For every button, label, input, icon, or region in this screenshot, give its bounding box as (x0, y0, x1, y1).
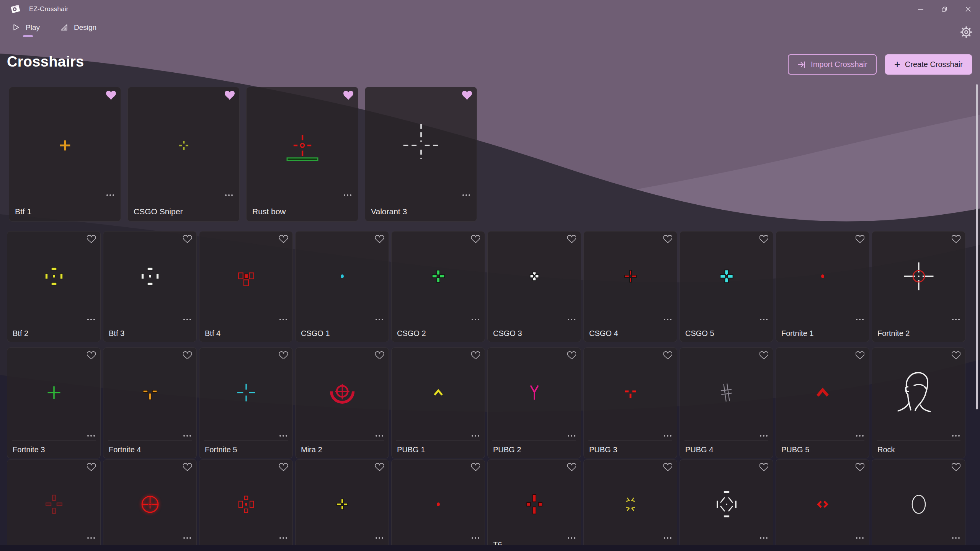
more-options-icon[interactable] (376, 435, 383, 437)
favorite-heart-outline-icon[interactable] (952, 351, 960, 361)
crosshair-card[interactable]: CSGO Sniper (127, 87, 240, 222)
favorite-heart-outline-icon[interactable] (567, 463, 576, 473)
crosshair-card[interactable] (199, 459, 293, 551)
more-options-icon[interactable] (856, 435, 864, 437)
favorite-heart-filled-icon[interactable] (462, 91, 472, 101)
crosshair-card[interactable] (583, 459, 677, 551)
more-options-icon[interactable] (664, 435, 671, 437)
favorite-heart-filled-icon[interactable] (225, 91, 235, 101)
more-options-icon[interactable] (568, 435, 575, 437)
crosshair-card[interactable]: CSGO 2 (391, 231, 485, 342)
favorite-heart-outline-icon[interactable] (567, 235, 576, 245)
favorite-heart-outline-icon[interactable] (952, 235, 960, 245)
minimize-button[interactable] (909, 0, 933, 18)
favorite-heart-outline-icon[interactable] (279, 351, 288, 361)
crosshair-card[interactable]: PUBG 3 (583, 347, 677, 458)
crosshair-card[interactable]: CSGO 3 (487, 231, 581, 342)
import-crosshair-button[interactable]: Import Crosshair (788, 54, 877, 75)
crosshair-card[interactable]: Valorant 3 (365, 87, 477, 222)
favorite-heart-outline-icon[interactable] (279, 235, 288, 245)
crosshair-card[interactable]: Rock (872, 347, 965, 458)
favorite-heart-outline-icon[interactable] (87, 351, 96, 361)
crosshair-card[interactable] (776, 459, 869, 551)
favorite-heart-outline-icon[interactable] (279, 463, 288, 473)
favorite-heart-outline-icon[interactable] (760, 235, 768, 245)
crosshair-card[interactable]: Fortnite 1 (776, 231, 869, 342)
more-options-icon[interactable] (856, 319, 864, 320)
favorite-heart-outline-icon[interactable] (952, 463, 960, 473)
more-options-icon[interactable] (760, 319, 768, 320)
favorite-heart-outline-icon[interactable] (663, 235, 672, 245)
crosshair-card[interactable]: Btf 2 (7, 231, 101, 342)
favorite-heart-outline-icon[interactable] (87, 463, 96, 473)
favorite-heart-outline-icon[interactable] (663, 351, 672, 361)
crosshair-card[interactable]: Fortnite 4 (103, 347, 197, 458)
more-options-icon[interactable] (568, 319, 575, 320)
more-options-icon[interactable] (87, 319, 95, 320)
crosshair-card[interactable]: Btf 1 (9, 87, 121, 222)
more-options-icon[interactable] (952, 537, 960, 539)
favorite-heart-outline-icon[interactable] (375, 463, 384, 473)
more-options-icon[interactable] (952, 319, 960, 320)
favorite-heart-filled-icon[interactable] (106, 91, 116, 101)
favorite-heart-outline-icon[interactable] (375, 235, 384, 245)
favorite-heart-outline-icon[interactable] (856, 351, 864, 361)
more-options-icon[interactable] (87, 537, 95, 539)
more-options-icon[interactable] (279, 537, 287, 539)
crosshair-card[interactable]: CSGO 5 (679, 231, 773, 342)
crosshair-card[interactable]: CSGO 4 (583, 231, 677, 342)
tab-play[interactable]: Play (11, 23, 40, 37)
more-options-icon[interactable] (664, 537, 671, 539)
crosshair-card[interactable]: Fortnite 3 (7, 347, 101, 458)
crosshair-card[interactable]: CSGO 1 (295, 231, 389, 342)
crosshair-card[interactable]: Mira 2 (295, 347, 389, 458)
favorite-heart-outline-icon[interactable] (471, 235, 480, 245)
crosshair-card[interactable]: Fortnite 5 (199, 347, 293, 458)
more-options-icon[interactable] (472, 435, 479, 437)
crosshair-card[interactable]: Btf 3 (103, 231, 197, 342)
favorite-heart-outline-icon[interactable] (760, 351, 768, 361)
more-options-icon[interactable] (472, 319, 479, 320)
crosshair-card[interactable] (7, 459, 101, 551)
crosshair-card[interactable]: PUBG 5 (776, 347, 869, 458)
favorite-heart-outline-icon[interactable] (663, 463, 672, 473)
more-options-icon[interactable] (568, 537, 575, 539)
favorite-heart-outline-icon[interactable] (87, 235, 96, 245)
favorite-heart-outline-icon[interactable] (760, 463, 768, 473)
more-options-icon[interactable] (183, 319, 191, 320)
crosshair-card[interactable]: Fortnite 2 (872, 231, 965, 342)
favorite-heart-outline-icon[interactable] (471, 463, 480, 473)
more-options-icon[interactable] (279, 319, 287, 320)
more-options-icon[interactable] (344, 194, 351, 196)
more-options-icon[interactable] (183, 537, 191, 539)
create-crosshair-button[interactable]: + Create Crosshair (885, 54, 972, 75)
more-options-icon[interactable] (760, 435, 768, 437)
more-options-icon[interactable] (225, 194, 233, 196)
crosshair-card[interactable] (872, 459, 965, 551)
vertical-scrollbar[interactable] (976, 84, 978, 409)
more-options-icon[interactable] (472, 537, 479, 539)
more-options-icon[interactable] (376, 319, 383, 320)
more-options-icon[interactable] (279, 435, 287, 437)
more-options-icon[interactable] (376, 537, 383, 539)
crosshair-card[interactable] (391, 459, 485, 551)
crosshair-card[interactable]: PUBG 4 (679, 347, 773, 458)
close-button[interactable] (956, 0, 980, 18)
favorite-heart-outline-icon[interactable] (471, 351, 480, 361)
crosshair-card[interactable] (103, 459, 197, 551)
favorite-heart-outline-icon[interactable] (856, 235, 864, 245)
more-options-icon[interactable] (664, 319, 671, 320)
favorite-heart-filled-icon[interactable] (343, 91, 353, 101)
restore-button[interactable] (933, 0, 956, 18)
favorite-heart-outline-icon[interactable] (183, 463, 192, 473)
favorite-heart-outline-icon[interactable] (856, 463, 864, 473)
settings-gear-icon[interactable] (960, 26, 972, 40)
favorite-heart-outline-icon[interactable] (183, 235, 192, 245)
more-options-icon[interactable] (462, 194, 470, 196)
crosshair-card[interactable]: Rust bow (246, 87, 358, 222)
more-options-icon[interactable] (856, 537, 864, 539)
favorite-heart-outline-icon[interactable] (567, 351, 576, 361)
more-options-icon[interactable] (952, 435, 960, 437)
crosshair-card[interactable] (679, 459, 773, 551)
favorite-heart-outline-icon[interactable] (375, 351, 384, 361)
